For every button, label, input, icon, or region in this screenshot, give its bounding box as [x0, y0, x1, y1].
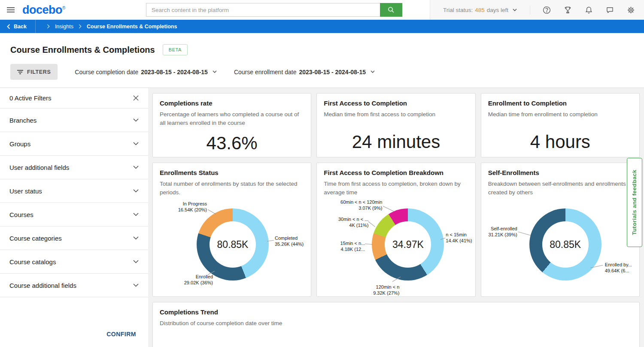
- card-title: Enrollments Status: [160, 169, 304, 176]
- filter-icon: [17, 69, 23, 75]
- sidebar-item-label: User additional fields: [9, 164, 69, 171]
- donut-center-value: 80.85K: [217, 239, 249, 250]
- card-first-access-to-completion: First Access to Completion Median time f…: [316, 93, 475, 157]
- close-icon[interactable]: [133, 95, 139, 101]
- chevron-left-icon: [7, 24, 10, 29]
- back-label: Back: [14, 24, 27, 30]
- breadcrumb: Insights Course Enrollments & Completion…: [36, 24, 177, 30]
- bell-icon[interactable]: [584, 6, 593, 15]
- completions-rate-value: 43.6%: [160, 133, 304, 154]
- leader-line: [208, 209, 216, 214]
- chevron-right-icon: [47, 24, 50, 29]
- sidebar-item-label: Course additional fields: [9, 282, 76, 289]
- first-access-breakdown-donut[interactable]: 34.97K: [372, 208, 444, 281]
- completion-date-value: 2023-08-15 - 2024-08-15: [141, 69, 208, 75]
- card-enrollments-status: Enrollments Status Total number of enrol…: [152, 163, 311, 297]
- completion-date-filter[interactable]: Course completion date 2023-08-15 - 2024…: [75, 69, 217, 75]
- page-title: Course Enrollments & Completions: [10, 45, 155, 55]
- chevron-down-icon: [133, 142, 139, 145]
- menu-icon[interactable]: [7, 6, 15, 14]
- enrollment-completion-value: 4 hours: [488, 132, 632, 152]
- card-first-access-breakdown: First Access to Completion Breakdown Tim…: [316, 163, 475, 297]
- help-icon[interactable]: [542, 6, 551, 15]
- card-subtitle: Total number of enrollments by status fo…: [160, 180, 304, 196]
- leader-line: [365, 244, 373, 244]
- first-access-value: 24 minutes: [324, 132, 468, 152]
- donut-label-30min: 30min < n < ...4K (11%): [324, 216, 368, 229]
- card-title: First Access to Completion: [324, 100, 468, 107]
- breadcrumb-bar: Back Insights Course Enrollments & Compl…: [0, 20, 644, 33]
- donut-label-completed: Completed35.26K (44%): [275, 235, 307, 247]
- donut-center-value: 34.97K: [392, 239, 424, 250]
- card-subtitle: Time from first access to completion, br…: [324, 180, 468, 196]
- chevron-down-icon: [133, 189, 139, 193]
- enrollments-status-donut[interactable]: 80.85K: [197, 208, 269, 281]
- chat-icon[interactable]: [605, 6, 614, 15]
- confirm-button[interactable]: CONFIRM: [106, 331, 136, 338]
- registered-mark: ®: [62, 6, 65, 10]
- donut-label-enrolled: Enrolled29.02K (36%): [172, 274, 213, 286]
- trophy-icon[interactable]: [563, 6, 572, 15]
- donut-label-in-progress: In Progress16.54K (20%): [164, 201, 207, 213]
- donut-center-value: 80.85K: [550, 239, 581, 250]
- confirm-area: CONFIRM: [0, 322, 148, 347]
- sidebar-item-label: Course categories: [9, 235, 62, 242]
- filters-button-label: FILTERS: [27, 69, 51, 75]
- donut-label-120min: 120min < n9.32K (27%): [352, 284, 399, 296]
- search-bar: [146, 3, 402, 17]
- card-subtitle: Median time from first access to complet…: [324, 110, 468, 119]
- filters-sidebar: 0 Active Filters Branches Groups User ad…: [0, 88, 148, 347]
- card-subtitle: Percentage of learners who completed a c…: [160, 110, 304, 127]
- trial-label: Trial status:: [443, 7, 473, 13]
- first-access-breakdown-chart: 34.97K 60min < n < 120min3.07K (9%) 30mi…: [324, 199, 468, 297]
- chevron-down-icon: [371, 70, 375, 73]
- sidebar-item-label: Course catalogs: [9, 258, 56, 266]
- chevron-down-icon: [133, 213, 139, 216]
- back-button[interactable]: Back: [0, 20, 36, 33]
- card-title: Completions Trend: [160, 308, 632, 316]
- card-title: Completions rate: [160, 100, 304, 107]
- search-button[interactable]: [380, 3, 402, 17]
- logo-text: docebo: [22, 3, 62, 16]
- sidebar-item-courses[interactable]: Courses: [0, 203, 148, 226]
- search-input[interactable]: [146, 3, 380, 17]
- sidebar-item-label: Branches: [9, 117, 36, 124]
- sidebar-item-branches[interactable]: Branches: [0, 109, 148, 132]
- search-icon: [387, 6, 395, 14]
- enrollment-date-label: Course enrollment date: [234, 69, 297, 75]
- dashboard-main: Completions rate Percentage of learners …: [148, 88, 644, 347]
- enrollment-date-value: 2023-08-15 - 2024-08-15: [299, 69, 366, 75]
- card-title: Enrollment to Completion: [488, 100, 632, 107]
- leader-line: [368, 221, 375, 227]
- tutorials-feedback-button[interactable]: Tutorials and feedback: [627, 158, 642, 247]
- sidebar-item-course-catalogs[interactable]: Course catalogs: [0, 250, 148, 274]
- self-enrollments-chart: 80.85K Self-enrolled31.21K (39%) Enrolle…: [488, 199, 632, 297]
- breadcrumb-insights[interactable]: Insights: [55, 24, 73, 30]
- donut-label-under-15min: n < 15min14.4K (41%): [446, 232, 474, 244]
- docebo-logo[interactable]: docebo®: [22, 4, 65, 16]
- filters-button[interactable]: FILTERS: [10, 64, 58, 80]
- beta-badge: BETA: [163, 44, 188, 55]
- self-enrollments-donut[interactable]: 80.85K: [529, 208, 601, 281]
- enrollments-status-chart: 80.85K In Progress16.54K (20%) Completed…: [160, 199, 304, 297]
- sidebar-item-course-additional-fields[interactable]: Course additional fields: [0, 274, 148, 297]
- trial-status[interactable]: Trial status: 485 days left: [443, 7, 530, 13]
- leader-line: [383, 206, 394, 211]
- sidebar-item-label: User status: [9, 187, 42, 195]
- gear-icon[interactable]: [626, 6, 635, 15]
- enrollment-date-filter[interactable]: Course enrollment date 2023-08-15 - 2024…: [234, 69, 375, 75]
- trial-days: 485: [475, 7, 485, 13]
- page-header: Course Enrollments & Completions BETA: [0, 33, 644, 64]
- breadcrumb-current: Course Enrollments & Completions: [87, 24, 177, 30]
- topbar-right-section: Trial status: 485 days left: [430, 0, 644, 20]
- sidebar-item-label: Courses: [9, 211, 33, 218]
- sidebar-item-user-additional-fields[interactable]: User additional fields: [0, 156, 148, 179]
- card-subtitle: Breakdown between self-enrollments and e…: [488, 180, 632, 196]
- sidebar-item-course-categories[interactable]: Course categories: [0, 226, 148, 250]
- card-subtitle: Median time from enrollment to completio…: [488, 110, 632, 119]
- sidebar-item-user-status[interactable]: User status: [0, 179, 148, 203]
- sidebar-item-groups[interactable]: Groups: [0, 132, 148, 156]
- sidebar-item-label: Groups: [9, 140, 30, 148]
- completion-date-label: Course completion date: [75, 69, 138, 75]
- card-title: Self-Enrollments: [488, 169, 632, 176]
